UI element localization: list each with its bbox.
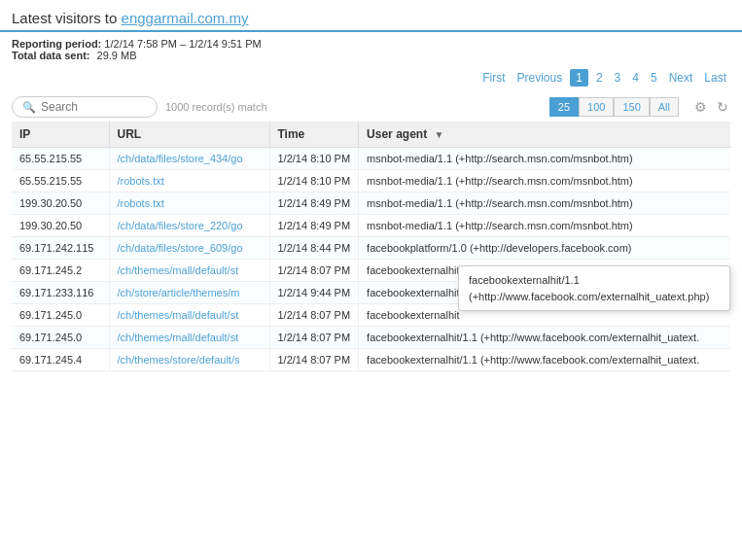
page-2-link[interactable]: 2 <box>592 69 607 87</box>
cell-ip[interactable]: 69.171.242.115 <box>12 237 109 260</box>
cell-ip[interactable]: 69.171.245.0 <box>12 327 109 349</box>
table-header-row: IP URL Time User agent ▼ <box>12 122 730 148</box>
search-input[interactable] <box>41 100 148 114</box>
data-label: Total data sent: <box>12 50 89 61</box>
table-row: 69.171.245.4/ch/themes/store/default/s1/… <box>12 349 730 371</box>
ua-tooltip: facebookexternalhit/1.1 (+http://www.fac… <box>458 265 730 311</box>
cell-time: 1/2/14 8:07 PM <box>269 304 359 327</box>
table-row: 65.55.215.55/ch/data/files/store_434/go1… <box>12 148 730 170</box>
cell-time: 1/2/14 8:07 PM <box>269 327 359 349</box>
records-match: 1000 record(s) match <box>165 101 267 113</box>
cell-ip[interactable]: 199.30.20.50 <box>12 192 109 215</box>
search-box[interactable]: 🔍 <box>12 96 158 118</box>
tooltip-text: facebookexternalhit/1.1 (+http://www.fac… <box>469 274 709 302</box>
cell-url[interactable]: /ch/data/files/store_220/go <box>109 215 269 237</box>
cell-url[interactable]: /robots.txt <box>109 192 269 215</box>
search-icon: 🔍 <box>22 101 36 114</box>
cell-url[interactable]: /ch/themes/store/default/s <box>109 349 269 371</box>
meta-info: Reporting period: 1/2/14 7:58 PM – 1/2/1… <box>0 32 742 63</box>
page-3-link[interactable]: 3 <box>611 69 625 87</box>
table-row: 65.55.215.55/robots.txt1/2/14 8:10 PMmsn… <box>12 170 730 192</box>
toolbar-icons: ⚙ ↻ <box>692 97 730 117</box>
cell-ip[interactable]: 199.30.20.50 <box>12 215 109 237</box>
cell-time: 1/2/14 8:10 PM <box>269 148 359 170</box>
pagination-top: First Previous 1 2 3 4 5 Next Last <box>0 63 742 92</box>
page-header: Latest visitors to enggarmail.com.my <box>0 0 742 32</box>
table-container: IP URL Time User agent ▼ 65.55.215.55/ch… <box>0 122 742 371</box>
cell-ip[interactable]: 69.171.245.2 <box>12 260 109 282</box>
cell-time: 1/2/14 8:07 PM <box>269 260 359 282</box>
domain-link[interactable]: enggarmail.com.my <box>122 10 249 26</box>
cell-time: 1/2/14 8:49 PM <box>269 192 359 215</box>
sort-arrow-ua: ▼ <box>434 129 443 140</box>
cell-ip[interactable]: 65.55.215.55 <box>12 170 109 192</box>
table-row: 69.171.242.115/ch/data/files/store_609/g… <box>12 237 730 260</box>
page-size-100[interactable]: 100 <box>579 97 614 117</box>
title-prefix: Latest visitors to <box>12 10 122 26</box>
cell-ip[interactable]: 69.171.233.116 <box>12 282 109 304</box>
cell-time: 1/2/14 8:49 PM <box>269 215 359 237</box>
page-1-active[interactable]: 1 <box>570 69 588 87</box>
toolbar: 🔍 1000 record(s) match 25 100 150 All ⚙ … <box>0 92 742 122</box>
reporting-label: Reporting period: <box>12 38 101 50</box>
cell-ua: facebookexternalhit/1.1 (+http://www.fac… <box>359 327 730 349</box>
last-page-link[interactable]: Last <box>700 69 730 87</box>
table-row: 199.30.20.50/robots.txt1/2/14 8:49 PMmsn… <box>12 192 730 215</box>
page-4-link[interactable]: 4 <box>628 69 643 87</box>
cell-url[interactable]: /ch/data/files/store_609/go <box>109 237 269 260</box>
cell-ip[interactable]: 69.171.245.0 <box>12 304 109 327</box>
page-size-150[interactable]: 150 <box>614 97 649 117</box>
first-page-link[interactable]: First <box>478 69 509 87</box>
cell-ip[interactable]: 69.171.245.4 <box>12 349 109 371</box>
col-header-url: URL <box>109 122 269 148</box>
col-header-time: Time <box>269 122 359 148</box>
cell-ua: msnbot-media/1.1 (+http://search.msn.com… <box>359 148 730 170</box>
next-page-link[interactable]: Next <box>665 69 697 87</box>
cell-url[interactable]: /ch/themes/mall/default/st <box>109 304 269 327</box>
table-row: 69.171.245.0/ch/themes/mall/default/st1/… <box>12 327 730 349</box>
cell-ua: msnbot-media/1.1 (+http://search.msn.com… <box>359 192 730 215</box>
cell-url[interactable]: /ch/themes/mall/default/st <box>109 260 269 282</box>
cell-ua: msnbot-media/1.1 (+http://search.msn.com… <box>359 170 730 192</box>
page-title: Latest visitors to enggarmail.com.my <box>12 10 730 26</box>
page-size-all[interactable]: All <box>650 97 679 117</box>
page-size-buttons: 25 100 150 All <box>549 97 679 117</box>
data-value: 29.9 MB <box>97 50 137 61</box>
cell-url[interactable]: /ch/themes/mall/default/st <box>109 327 269 349</box>
cell-time: 1/2/14 8:07 PM <box>269 349 359 371</box>
cell-time: 1/2/14 8:44 PM <box>269 237 359 260</box>
cell-ua: msnbot-media/1.1 (+http://search.msn.com… <box>359 215 730 237</box>
page-5-link[interactable]: 5 <box>647 69 661 87</box>
col-header-ip: IP <box>12 122 109 148</box>
gear-icon[interactable]: ⚙ <box>692 97 709 117</box>
cell-ua: facebookplatform/1.0 (+http://developers… <box>359 237 730 260</box>
refresh-icon[interactable]: ↻ <box>715 97 730 117</box>
reporting-value: 1/2/14 7:58 PM – 1/2/14 9:51 PM <box>104 38 261 50</box>
col-header-ua[interactable]: User agent ▼ <box>359 122 730 148</box>
visitors-table: IP URL Time User agent ▼ 65.55.215.55/ch… <box>12 122 730 371</box>
cell-time: 1/2/14 8:10 PM <box>269 170 359 192</box>
page-size-25[interactable]: 25 <box>549 97 579 117</box>
cell-url[interactable]: /ch/data/files/store_434/go <box>109 148 269 170</box>
previous-page-link[interactable]: Previous <box>513 69 567 87</box>
cell-ip[interactable]: 65.55.215.55 <box>12 148 109 170</box>
cell-time: 1/2/14 9:44 PM <box>269 282 359 304</box>
table-row: 199.30.20.50/ch/data/files/store_220/go1… <box>12 215 730 237</box>
cell-url[interactable]: /robots.txt <box>109 170 269 192</box>
cell-ua: facebookexternalhit/1.1 (+http://www.fac… <box>359 349 730 371</box>
cell-url[interactable]: /ch/store/article/themes/m <box>109 282 269 304</box>
